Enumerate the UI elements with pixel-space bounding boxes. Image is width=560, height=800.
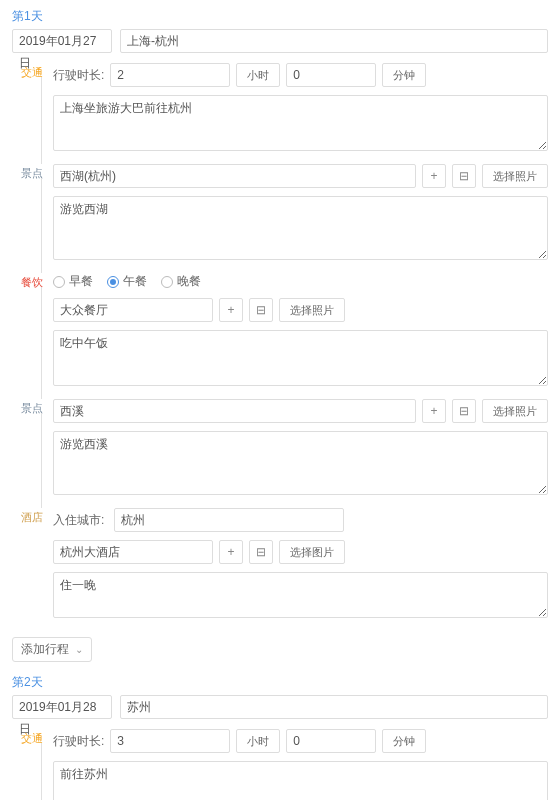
minutes-input[interactable] [286, 729, 376, 753]
section-label-traffic: 交通 [13, 731, 43, 746]
section-label-meal: 餐饮 [13, 275, 43, 290]
meal-radio-group: 早餐 午餐 晚餐 [53, 273, 548, 290]
day-1-title-input[interactable] [120, 29, 548, 53]
add-trip-button[interactable]: 添加行程 ⌄ [12, 637, 92, 662]
spot-name-input[interactable] [53, 399, 416, 423]
select-photo-button[interactable]: 选择照片 [279, 298, 345, 322]
day-1-label: 第1天 [12, 8, 548, 25]
traffic-desc-textarea[interactable] [53, 95, 548, 151]
delete-icon[interactable]: ⊟ [452, 399, 476, 423]
section-label-traffic: 交通 [13, 65, 43, 80]
select-photo-button[interactable]: 选择照片 [482, 399, 548, 423]
delete-icon[interactable]: ⊟ [249, 540, 273, 564]
radio-breakfast[interactable]: 早餐 [53, 273, 93, 290]
spot-desc-textarea[interactable] [53, 431, 548, 495]
minute-unit: 分钟 [382, 729, 426, 753]
day-2-date[interactable]: 2019年01月28日 [12, 695, 112, 719]
radio-dinner[interactable]: 晚餐 [161, 273, 201, 290]
radio-lunch[interactable]: 午餐 [107, 273, 147, 290]
hour-unit: 小时 [236, 63, 280, 87]
section-label-spot: 景点 [13, 401, 43, 416]
plus-icon[interactable]: + [219, 540, 243, 564]
plus-icon[interactable]: + [422, 399, 446, 423]
plus-icon[interactable]: + [422, 164, 446, 188]
select-image-button[interactable]: 选择图片 [279, 540, 345, 564]
hours-input[interactable] [110, 729, 230, 753]
meal-desc-textarea[interactable] [53, 330, 548, 386]
section-label-spot: 景点 [13, 166, 43, 181]
traffic-desc-textarea[interactable] [53, 761, 548, 800]
checkin-city-label: 入住城市: [53, 512, 104, 529]
chevron-down-icon: ⌄ [75, 644, 83, 655]
select-photo-button[interactable]: 选择照片 [482, 164, 548, 188]
hotel-desc-textarea[interactable] [53, 572, 548, 618]
day-2-title-input[interactable] [120, 695, 548, 719]
hotel-name-input[interactable] [53, 540, 213, 564]
minutes-input[interactable] [286, 63, 376, 87]
delete-icon[interactable]: ⊟ [452, 164, 476, 188]
delete-icon[interactable]: ⊟ [249, 298, 273, 322]
restaurant-input[interactable] [53, 298, 213, 322]
minute-unit: 分钟 [382, 63, 426, 87]
duration-label: 行驶时长: [53, 733, 104, 750]
day-2-label: 第2天 [12, 674, 548, 691]
duration-label: 行驶时长: [53, 67, 104, 84]
spot-name-input[interactable] [53, 164, 416, 188]
plus-icon[interactable]: + [219, 298, 243, 322]
section-label-hotel: 酒店 [13, 510, 43, 525]
hours-input[interactable] [110, 63, 230, 87]
hotel-city-input[interactable] [114, 508, 344, 532]
day-1-date[interactable]: 2019年01月27日 [12, 29, 112, 53]
hour-unit: 小时 [236, 729, 280, 753]
spot-desc-textarea[interactable] [53, 196, 548, 260]
